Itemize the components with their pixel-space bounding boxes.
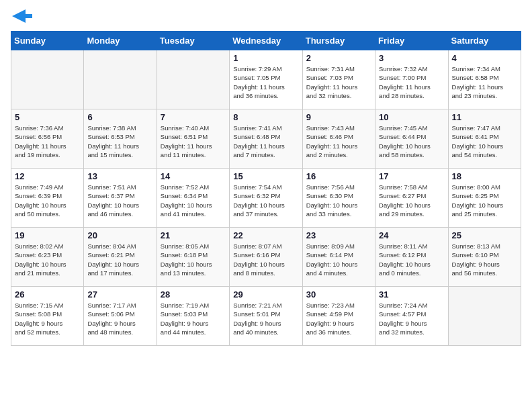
day-info: Sunrise: 7:21 AM Sunset: 5:01 PM Dayligh… <box>233 301 298 336</box>
day-number: 8 <box>233 112 298 122</box>
calendar-cell: 7Sunrise: 7:40 AM Sunset: 6:51 PM Daylig… <box>157 109 229 169</box>
calendar-cell: 29Sunrise: 7:21 AM Sunset: 5:01 PM Dayli… <box>230 287 302 346</box>
day-number: 20 <box>87 230 152 240</box>
weekday-header-sunday: Sunday <box>11 32 84 50</box>
calendar-week-5: 26Sunrise: 7:15 AM Sunset: 5:08 PM Dayli… <box>11 287 521 346</box>
day-info: Sunrise: 7:41 AM Sunset: 6:48 PM Dayligh… <box>233 124 298 159</box>
day-info: Sunrise: 7:36 AM Sunset: 6:56 PM Dayligh… <box>15 124 80 159</box>
calendar-cell: 16Sunrise: 7:56 AM Sunset: 6:30 PM Dayli… <box>302 169 375 228</box>
day-info: Sunrise: 7:34 AM Sunset: 6:58 PM Dayligh… <box>452 64 517 100</box>
day-info: Sunrise: 7:19 AM Sunset: 5:03 PM Dayligh… <box>161 301 226 336</box>
calendar-cell <box>448 287 521 346</box>
day-number: 13 <box>87 171 152 181</box>
calendar-body: 1Sunrise: 7:29 AM Sunset: 7:05 PM Daylig… <box>11 50 521 346</box>
calendar-cell: 24Sunrise: 8:11 AM Sunset: 6:12 PM Dayli… <box>375 228 448 287</box>
calendar-week-1: 1Sunrise: 7:29 AM Sunset: 7:05 PM Daylig… <box>11 50 521 109</box>
day-info: Sunrise: 7:51 AM Sunset: 6:37 PM Dayligh… <box>87 183 152 218</box>
calendar-cell <box>84 50 157 109</box>
calendar-cell: 25Sunrise: 8:13 AM Sunset: 6:10 PM Dayli… <box>448 228 521 287</box>
calendar-cell: 20Sunrise: 8:04 AM Sunset: 6:21 PM Dayli… <box>84 228 157 287</box>
day-info: Sunrise: 7:15 AM Sunset: 5:08 PM Dayligh… <box>15 301 80 336</box>
day-number: 23 <box>306 230 371 240</box>
calendar-cell: 1Sunrise: 7:29 AM Sunset: 7:05 PM Daylig… <box>230 50 302 109</box>
day-number: 11 <box>452 112 517 122</box>
calendar-cell: 9Sunrise: 7:43 AM Sunset: 6:46 PM Daylig… <box>302 109 375 169</box>
day-info: Sunrise: 7:43 AM Sunset: 6:46 PM Dayligh… <box>306 124 371 159</box>
calendar-cell: 15Sunrise: 7:54 AM Sunset: 6:32 PM Dayli… <box>230 169 302 228</box>
day-number: 6 <box>87 112 152 122</box>
day-number: 22 <box>233 230 298 240</box>
day-number: 14 <box>161 171 226 181</box>
day-info: Sunrise: 7:54 AM Sunset: 6:32 PM Dayligh… <box>233 183 298 218</box>
calendar-cell <box>11 50 84 109</box>
weekday-header-saturday: Saturday <box>448 32 521 50</box>
day-number: 26 <box>15 289 80 300</box>
calendar-cell: 18Sunrise: 8:00 AM Sunset: 6:25 PM Dayli… <box>448 169 521 228</box>
day-info: Sunrise: 7:23 AM Sunset: 4:59 PM Dayligh… <box>306 301 371 336</box>
calendar-cell: 2Sunrise: 7:31 AM Sunset: 7:03 PM Daylig… <box>302 50 375 109</box>
day-info: Sunrise: 7:49 AM Sunset: 6:39 PM Dayligh… <box>15 183 80 218</box>
calendar-cell: 27Sunrise: 7:17 AM Sunset: 5:06 PM Dayli… <box>84 287 157 346</box>
day-info: Sunrise: 7:24 AM Sunset: 4:57 PM Dayligh… <box>379 301 444 336</box>
calendar-cell: 4Sunrise: 7:34 AM Sunset: 6:58 PM Daylig… <box>448 50 521 109</box>
day-info: Sunrise: 7:58 AM Sunset: 6:27 PM Dayligh… <box>379 183 444 218</box>
day-info: Sunrise: 7:31 AM Sunset: 7:03 PM Dayligh… <box>306 64 371 100</box>
day-info: Sunrise: 7:45 AM Sunset: 6:44 PM Dayligh… <box>379 124 444 159</box>
day-number: 16 <box>306 171 371 181</box>
day-number: 12 <box>15 171 80 181</box>
calendar-week-2: 5Sunrise: 7:36 AM Sunset: 6:56 PM Daylig… <box>11 109 521 169</box>
calendar-cell: 21Sunrise: 8:05 AM Sunset: 6:18 PM Dayli… <box>157 228 229 287</box>
logo <box>11 11 32 23</box>
calendar-week-4: 19Sunrise: 8:02 AM Sunset: 6:23 PM Dayli… <box>11 228 521 287</box>
day-number: 2 <box>306 53 371 63</box>
day-number: 4 <box>452 53 517 63</box>
page-header <box>11 11 521 23</box>
day-number: 9 <box>306 112 371 122</box>
day-number: 3 <box>379 53 444 63</box>
day-number: 19 <box>15 230 80 240</box>
calendar-cell: 30Sunrise: 7:23 AM Sunset: 4:59 PM Dayli… <box>302 287 375 346</box>
day-info: Sunrise: 8:00 AM Sunset: 6:25 PM Dayligh… <box>452 183 517 218</box>
day-number: 21 <box>161 230 226 240</box>
day-number: 27 <box>87 289 152 300</box>
calendar-cell: 22Sunrise: 8:07 AM Sunset: 6:16 PM Dayli… <box>230 228 302 287</box>
calendar-header: SundayMondayTuesdayWednesdayThursdayFrid… <box>11 32 521 50</box>
calendar-cell: 12Sunrise: 7:49 AM Sunset: 6:39 PM Dayli… <box>11 169 84 228</box>
day-info: Sunrise: 8:09 AM Sunset: 6:14 PM Dayligh… <box>306 242 371 277</box>
calendar-cell: 26Sunrise: 7:15 AM Sunset: 5:08 PM Dayli… <box>11 287 84 346</box>
day-number: 5 <box>15 112 80 122</box>
day-number: 15 <box>233 171 298 181</box>
day-info: Sunrise: 8:02 AM Sunset: 6:23 PM Dayligh… <box>15 242 80 277</box>
calendar-week-3: 12Sunrise: 7:49 AM Sunset: 6:39 PM Dayli… <box>11 169 521 228</box>
day-info: Sunrise: 7:56 AM Sunset: 6:30 PM Dayligh… <box>306 183 371 218</box>
day-info: Sunrise: 8:04 AM Sunset: 6:21 PM Dayligh… <box>87 242 152 277</box>
weekday-header-row: SundayMondayTuesdayWednesdayThursdayFrid… <box>11 32 521 50</box>
calendar-cell: 23Sunrise: 8:09 AM Sunset: 6:14 PM Dayli… <box>302 228 375 287</box>
logo-arrow-icon <box>12 9 32 23</box>
day-info: Sunrise: 7:17 AM Sunset: 5:06 PM Dayligh… <box>87 301 152 336</box>
day-number: 31 <box>379 289 444 300</box>
day-info: Sunrise: 8:07 AM Sunset: 6:16 PM Dayligh… <box>233 242 298 277</box>
day-number: 7 <box>161 112 226 122</box>
calendar-cell: 3Sunrise: 7:32 AM Sunset: 7:00 PM Daylig… <box>375 50 448 109</box>
day-number: 1 <box>233 53 298 63</box>
calendar-cell: 11Sunrise: 7:47 AM Sunset: 6:41 PM Dayli… <box>448 109 521 169</box>
svg-marker-0 <box>12 9 32 23</box>
weekday-header-monday: Monday <box>84 32 157 50</box>
calendar-cell: 28Sunrise: 7:19 AM Sunset: 5:03 PM Dayli… <box>157 287 229 346</box>
calendar-cell <box>157 50 229 109</box>
day-info: Sunrise: 7:40 AM Sunset: 6:51 PM Dayligh… <box>161 124 226 159</box>
calendar-cell: 14Sunrise: 7:52 AM Sunset: 6:34 PM Dayli… <box>157 169 229 228</box>
calendar-cell: 17Sunrise: 7:58 AM Sunset: 6:27 PM Dayli… <box>375 169 448 228</box>
day-info: Sunrise: 8:11 AM Sunset: 6:12 PM Dayligh… <box>379 242 444 277</box>
calendar-cell: 8Sunrise: 7:41 AM Sunset: 6:48 PM Daylig… <box>230 109 302 169</box>
calendar-cell: 19Sunrise: 8:02 AM Sunset: 6:23 PM Dayli… <box>11 228 84 287</box>
day-number: 24 <box>379 230 444 240</box>
day-number: 17 <box>379 171 444 181</box>
weekday-header-thursday: Thursday <box>302 32 375 50</box>
calendar-cell: 10Sunrise: 7:45 AM Sunset: 6:44 PM Dayli… <box>375 109 448 169</box>
day-info: Sunrise: 8:13 AM Sunset: 6:10 PM Dayligh… <box>452 242 517 277</box>
day-number: 18 <box>452 171 517 181</box>
day-number: 30 <box>306 289 371 300</box>
calendar-cell: 6Sunrise: 7:38 AM Sunset: 6:53 PM Daylig… <box>84 109 157 169</box>
